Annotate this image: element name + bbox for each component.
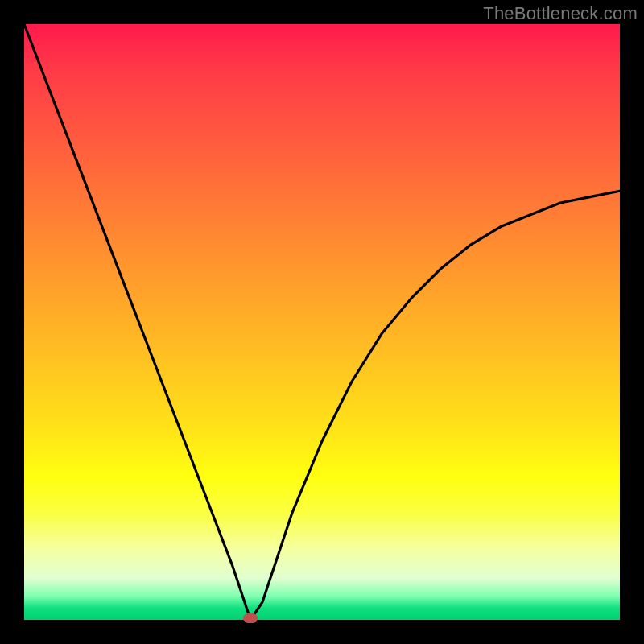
plot-area [24,24,620,620]
chart-frame: TheBottleneck.com [0,0,644,644]
optimum-marker [243,613,258,623]
watermark-text: TheBottleneck.com [483,3,638,24]
bottleneck-curve [24,24,620,620]
